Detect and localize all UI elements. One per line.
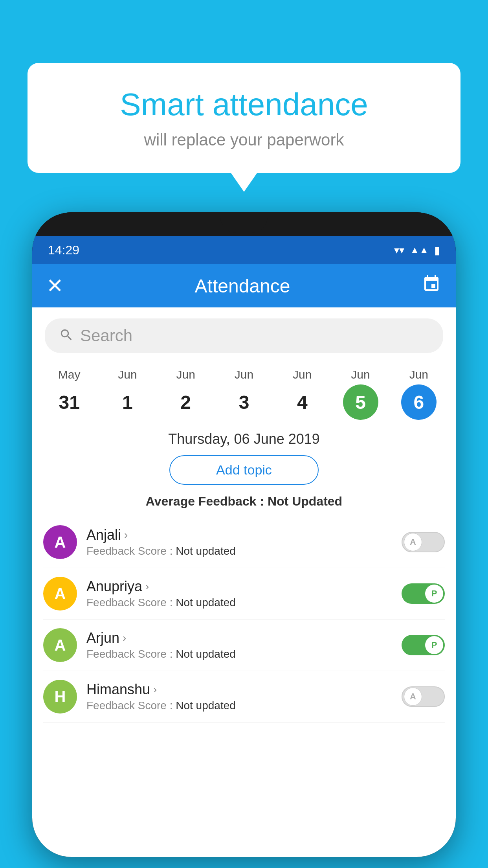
phone-frame: 14:29 ▾▾ ▲▲ ▮ ✕ Attendance Search May [32,212,456,857]
student-item[interactable]: HHimanshu ›Feedback Score : Not updatedA [43,671,445,723]
calendar-day-1[interactable]: Jun1 [110,368,145,420]
wifi-icon: ▾▾ [394,244,404,256]
feedback-value: Not updated [176,648,236,660]
avg-feedback: Average Feedback : Not Updated [32,494,456,509]
calendar-icon[interactable] [421,274,442,298]
calendar-month-label: Jun [293,368,312,381]
avatar: A [43,525,77,559]
chevron-icon: › [145,580,149,593]
student-name[interactable]: Himanshu › [86,681,392,698]
app-bar: ✕ Attendance [32,264,456,307]
student-info: Anupriya ›Feedback Score : Not updated [86,578,392,609]
screen-content: Search May31Jun1Jun2Jun3Jun4Jun5Jun6 Thu… [32,307,456,857]
attendance-toggle[interactable]: A [402,532,445,552]
calendar-month-label: Jun [176,368,195,381]
calendar-day-6[interactable]: Jun6 [401,368,437,420]
calendar-date-number[interactable]: 31 [51,384,87,420]
calendar-month-label: Jun [118,368,137,381]
battery-icon: ▮ [434,244,440,257]
status-bar: 14:29 ▾▾ ▲▲ ▮ [32,236,456,264]
phone-top-edge [32,212,456,236]
avatar: A [43,577,77,611]
student-info: Anjali ›Feedback Score : Not updated [86,527,392,557]
avg-feedback-label: Average Feedback : [146,494,268,508]
attendance-toggle[interactable]: P [402,635,445,655]
feedback-value: Not updated [176,699,236,712]
speech-bubble-title: Smart attendance [59,86,429,123]
search-icon [59,327,74,344]
calendar-month-label: Jun [351,368,370,381]
avatar: A [43,628,77,662]
attendance-toggle[interactable]: P [402,583,445,604]
chevron-icon: › [124,529,128,541]
student-name[interactable]: Anjali › [86,527,392,543]
signal-icon: ▲▲ [410,245,429,256]
student-feedback: Feedback Score : Not updated [86,699,392,712]
avg-feedback-value: Not Updated [268,494,342,508]
selected-date-label: Thursday, 06 June 2019 [32,431,456,447]
calendar-day-0[interactable]: May31 [51,368,87,420]
calendar-month-label: Jun [409,368,428,381]
calendar-month-label: Jun [235,368,253,381]
calendar-date-number[interactable]: 3 [226,384,262,420]
chevron-icon: › [123,632,126,644]
toggle-knob: A [404,533,422,551]
calendar-date-number[interactable]: 4 [284,384,320,420]
phone-notch [220,212,268,233]
speech-bubble-subtitle: will replace your paperwork [59,131,429,149]
calendar-row: May31Jun1Jun2Jun3Jun4Jun5Jun6 [32,364,456,420]
student-item[interactable]: AAnjali ›Feedback Score : Not updatedA [43,517,445,568]
calendar-day-5[interactable]: Jun5 [343,368,378,420]
calendar-date-number[interactable]: 6 [401,384,437,420]
toggle-knob: A [404,688,422,706]
student-feedback: Feedback Score : Not updated [86,545,392,557]
toggle-knob: P [425,636,443,654]
add-topic-button[interactable]: Add topic [169,455,319,485]
status-icons: ▾▾ ▲▲ ▮ [394,244,440,257]
calendar-day-2[interactable]: Jun2 [168,368,204,420]
calendar-date-number[interactable]: 1 [110,384,145,420]
status-time: 14:29 [48,243,79,257]
feedback-value: Not updated [176,545,236,557]
toggle-knob: P [425,585,443,603]
student-item[interactable]: AAnupriya ›Feedback Score : Not updatedP [43,568,445,620]
avatar: H [43,680,77,714]
chevron-icon: › [153,683,157,696]
speech-bubble: Smart attendance will replace your paper… [28,63,460,173]
student-name[interactable]: Arjun › [86,630,392,646]
student-item[interactable]: AArjun ›Feedback Score : Not updatedP [43,620,445,671]
attendance-toggle[interactable]: A [402,686,445,707]
search-bar[interactable]: Search [45,318,443,353]
student-list: AAnjali ›Feedback Score : Not updatedAAA… [32,517,456,723]
feedback-value: Not updated [176,596,236,609]
calendar-day-3[interactable]: Jun3 [226,368,262,420]
calendar-month-label: May [58,368,81,381]
close-icon[interactable]: ✕ [46,276,64,296]
calendar-date-number[interactable]: 5 [343,384,378,420]
student-info: Himanshu ›Feedback Score : Not updated [86,681,392,712]
app-bar-title: Attendance [195,275,290,297]
student-info: Arjun ›Feedback Score : Not updated [86,630,392,660]
student-name[interactable]: Anupriya › [86,578,392,595]
search-input-label: Search [80,326,132,345]
student-feedback: Feedback Score : Not updated [86,648,392,660]
calendar-day-4[interactable]: Jun4 [284,368,320,420]
student-feedback: Feedback Score : Not updated [86,596,392,609]
speech-bubble-container: Smart attendance will replace your paper… [28,63,460,173]
calendar-date-number[interactable]: 2 [168,384,204,420]
